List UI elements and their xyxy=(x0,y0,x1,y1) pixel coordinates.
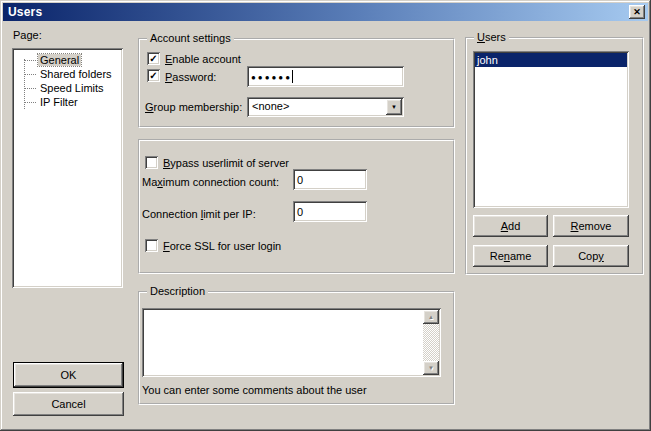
tree-connector xyxy=(24,102,36,103)
add-button-label: Add xyxy=(501,220,521,232)
description-caption: Description xyxy=(147,285,208,297)
ok-button-label: OK xyxy=(61,369,77,381)
cancel-button[interactable]: Cancel xyxy=(13,392,124,416)
ok-button[interactable]: OK xyxy=(13,362,124,388)
tree-connector xyxy=(24,60,36,61)
titlebar[interactable]: Users xyxy=(3,3,648,21)
tree-item-label: IP Filter xyxy=(38,96,80,108)
force-ssl-checkbox[interactable] xyxy=(145,239,158,252)
group-membership-label: Group membership: xyxy=(145,101,242,113)
remove-button[interactable]: Remove xyxy=(553,215,629,237)
close-icon: ✕ xyxy=(633,8,641,17)
password-checkbox[interactable]: ✓ xyxy=(147,69,160,82)
ip-limit-label: Connection limit per IP: xyxy=(142,208,256,220)
ip-limit-value: 0 xyxy=(297,206,303,218)
rename-button-label: Rename xyxy=(490,250,532,262)
copy-button-label: Copy xyxy=(578,250,604,262)
bypass-checkbox[interactable] xyxy=(145,156,158,169)
tree-connector xyxy=(24,74,36,75)
password-input[interactable]: ●●●●●● xyxy=(247,66,404,87)
page-tree[interactable]: General Shared folders Speed Limits IP F… xyxy=(12,48,123,288)
tree-connector xyxy=(24,88,36,89)
description-scrollbar[interactable]: ▲ ▼ xyxy=(423,310,439,375)
enable-account-label: Enable account xyxy=(165,53,241,65)
scroll-up-icon[interactable]: ▲ xyxy=(423,310,439,324)
account-settings-caption: Account settings xyxy=(147,32,234,44)
dropdown-button[interactable]: ▼ xyxy=(386,99,402,115)
list-item-john[interactable]: john xyxy=(475,53,627,67)
max-connections-value: 0 xyxy=(297,174,303,186)
copy-button[interactable]: Copy xyxy=(553,245,629,267)
text-caret xyxy=(292,70,293,83)
tree-item-shared-folders[interactable]: Shared folders xyxy=(12,67,123,81)
force-ssl-label: Force SSL for user login xyxy=(163,240,281,252)
chevron-down-icon: ▼ xyxy=(391,104,397,110)
max-connections-label: Maximum connection count: xyxy=(142,176,279,188)
tree-item-ip-filter[interactable]: IP Filter xyxy=(12,95,123,109)
group-membership-value: <none> xyxy=(252,100,289,112)
cancel-button-label: Cancel xyxy=(51,398,85,410)
description-input[interactable]: ▲ ▼ xyxy=(142,308,441,377)
password-masked-value: ●●●●●● xyxy=(251,73,292,82)
max-connections-input[interactable]: 0 xyxy=(293,169,367,190)
tree-item-label: Shared folders xyxy=(38,68,114,80)
tree-item-general[interactable]: General xyxy=(12,53,123,67)
tree-item-speed-limits[interactable]: Speed Limits xyxy=(12,81,123,95)
password-label: Password: xyxy=(165,71,216,83)
scroll-down-icon[interactable]: ▼ xyxy=(423,361,439,375)
rename-button[interactable]: Rename xyxy=(473,245,548,267)
users-dialog: Users ✕ Page: General Shared folders Spe… xyxy=(0,0,651,431)
close-button[interactable]: ✕ xyxy=(629,5,645,19)
remove-button-label: Remove xyxy=(571,220,612,232)
add-button[interactable]: Add xyxy=(473,215,548,237)
tree-item-label: General xyxy=(38,54,81,66)
page-label: Page: xyxy=(13,29,42,41)
tree-item-label: Speed Limits xyxy=(38,82,106,94)
ip-limit-input[interactable]: 0 xyxy=(293,201,367,222)
description-hint: You can enter some comments about the us… xyxy=(142,384,367,396)
bypass-label: Bypass userlimit of server xyxy=(163,157,289,169)
window-title: Users xyxy=(8,5,42,19)
group-membership-select[interactable]: <none> ▼ xyxy=(247,97,404,117)
enable-account-checkbox[interactable]: ✓ xyxy=(147,52,160,65)
users-caption: Users xyxy=(474,31,509,43)
users-list[interactable]: john xyxy=(473,51,629,208)
